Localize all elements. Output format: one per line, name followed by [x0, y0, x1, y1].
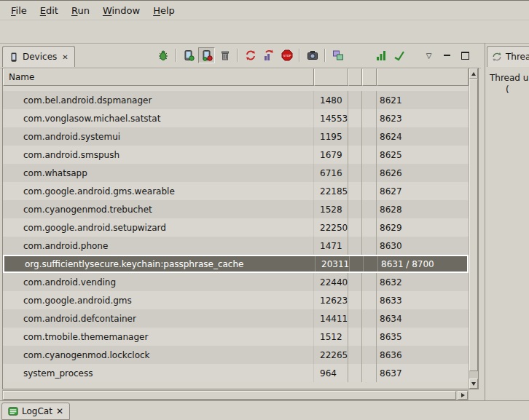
refresh-tree-icon[interactable] — [391, 47, 407, 63]
process-pid: 1471 — [314, 237, 348, 255]
process-name: com.cyanogenmod.lockclock — [3, 346, 314, 364]
process-col-s2 — [362, 328, 377, 346]
main-toolbar — [0, 20, 529, 44]
menu-window[interactable]: Window — [96, 3, 146, 18]
capture-bars-icon[interactable] — [372, 47, 389, 63]
scroll-right-button[interactable] — [458, 391, 468, 400]
process-pid: 22265 — [314, 346, 348, 364]
dump-hprof-icon[interactable] — [198, 47, 215, 63]
threads-panel-header: Threa — [485, 43, 529, 68]
process-table: Name com.bel.android.dspmanager14808621c… — [2, 68, 479, 389]
process-col-s2 — [362, 364, 377, 382]
process-name: com.google.android.setupwizard — [3, 218, 314, 237]
process-port: 8624 — [377, 127, 469, 146]
process-port: 8631 / 8700 — [378, 256, 467, 272]
column-header-port[interactable] — [377, 68, 469, 86]
close-icon[interactable]: ✕ — [56, 406, 63, 416]
update-heap-icon[interactable] — [180, 47, 197, 63]
close-icon[interactable]: ✕ — [62, 53, 68, 61]
process-name: com.tmobile.thememanager — [3, 328, 314, 346]
threads-message-line2: ( — [490, 84, 529, 95]
table-row[interactable]: com.whatsapp67168626 — [3, 164, 469, 182]
process-port: 8635 — [377, 328, 469, 346]
table-row[interactable]: com.tmobile.thememanager15128635 — [3, 328, 469, 346]
tab-logcat[interactable]: LogCat ✕ — [1, 403, 70, 420]
menu-file[interactable]: File — [4, 3, 34, 18]
scroll-up-button[interactable] — [469, 68, 478, 79]
devices-panel-header: Devices ✕ — [0, 43, 481, 68]
process-port: 8629 — [377, 218, 469, 237]
process-port: 8628 — [377, 200, 469, 218]
process-port: 8634 — [377, 309, 469, 328]
menu-bar: FileEditRunWindowHelp — [0, 1, 529, 20]
process-pid: 20311 — [316, 256, 350, 272]
process-pid: 22440 — [314, 273, 348, 291]
table-row[interactable]: com.cyanogenmod.trebuchet15288628 — [3, 200, 469, 218]
table-row[interactable]: com.cyanogenmod.lockclock222658636 — [3, 346, 469, 364]
toolbar-separator — [237, 49, 238, 62]
column-header-name[interactable]: Name — [3, 68, 314, 86]
process-pid: 22185 — [314, 182, 348, 200]
process-col-s2 — [362, 346, 377, 364]
process-col-s2 — [362, 164, 377, 182]
vertical-scrollbar[interactable] — [469, 68, 478, 389]
table-row[interactable]: com.bel.android.dspmanager14808621 — [3, 91, 469, 109]
process-col-s2 — [362, 182, 377, 200]
update-threads-icon[interactable] — [242, 47, 259, 63]
process-pid: 1679 — [314, 146, 348, 164]
table-row[interactable]: com.google.android.gms.wearable221858627 — [3, 182, 469, 200]
screen-capture-icon[interactable] — [304, 47, 321, 63]
process-col-s2 — [362, 127, 377, 146]
table-row[interactable]: com.android.vending224408632 — [3, 273, 469, 291]
process-col-s2 — [364, 256, 378, 272]
process-name: com.vonglasow.michael.satstat — [3, 109, 314, 127]
table-row[interactable]: com.android.phone14718630 — [3, 237, 469, 255]
table-row[interactable]: org.sufficientlysecure.keychain:passphra… — [3, 255, 469, 273]
hierarchy-view-icon[interactable] — [329, 47, 346, 63]
method-profiling-icon[interactable] — [260, 47, 277, 63]
process-col-s2 — [362, 91, 377, 109]
toolbar-separator — [299, 49, 300, 62]
maximize-icon[interactable] — [457, 47, 474, 63]
table-row[interactable]: com.android.smspush16798625 — [3, 146, 469, 164]
process-name: com.google.android.gms.wearable — [3, 182, 314, 200]
menu-help[interactable]: Help — [146, 3, 181, 18]
process-col-s1 — [348, 291, 362, 309]
process-pid: 1480 — [314, 91, 348, 109]
devices-panel: Devices ✕ — [0, 43, 481, 401]
process-col-s1 — [348, 127, 362, 146]
tab-threads-label: Threa — [506, 52, 529, 62]
stop-process-icon[interactable]: STOP — [278, 47, 295, 63]
threads-message-line1: Thread up — [490, 72, 529, 84]
tab-threads[interactable]: Threa — [487, 46, 529, 67]
toolbar-separator — [175, 49, 176, 62]
view-menu-icon[interactable]: ▽ — [420, 47, 437, 63]
table-row[interactable]: com.google.android.gms126238633 — [3, 291, 469, 309]
column-header-pid[interactable] — [314, 68, 348, 86]
process-name: com.whatsapp — [3, 164, 314, 182]
table-row[interactable]: system_process9648637 — [3, 364, 469, 382]
process-name: org.sufficientlysecure.keychain:passphra… — [4, 256, 316, 272]
column-header-s1[interactable] — [348, 68, 362, 86]
table-header: Name — [3, 68, 469, 86]
column-header-s2[interactable] — [362, 68, 377, 86]
vertical-scroll-thumb[interactable] — [469, 79, 478, 371]
menu-edit[interactable]: Edit — [34, 3, 65, 18]
process-col-s1 — [348, 91, 362, 109]
scroll-down-button[interactable] — [469, 379, 478, 389]
debug-icon[interactable] — [154, 47, 171, 63]
table-row[interactable]: com.android.defcontainer144118634 — [3, 309, 469, 328]
horizontal-scrollbar[interactable] — [2, 390, 469, 400]
table-row[interactable]: com.android.systemui11958624 — [3, 127, 469, 146]
horizontal-scroll-thumb[interactable] — [3, 391, 456, 400]
tab-devices[interactable]: Devices ✕ — [2, 46, 75, 67]
process-name: com.android.vending — [3, 273, 314, 291]
table-row[interactable]: com.vonglasow.michael.satstat145538623 — [3, 109, 469, 127]
process-port: 8636 — [377, 346, 469, 364]
minimize-icon[interactable] — [439, 47, 455, 63]
cause-gc-icon[interactable] — [216, 47, 233, 63]
process-pid: 14411 — [314, 309, 348, 328]
menu-run[interactable]: Run — [65, 3, 96, 18]
table-row[interactable]: com.google.android.setupwizard222508629 — [3, 218, 469, 237]
process-col-s1 — [348, 237, 362, 255]
